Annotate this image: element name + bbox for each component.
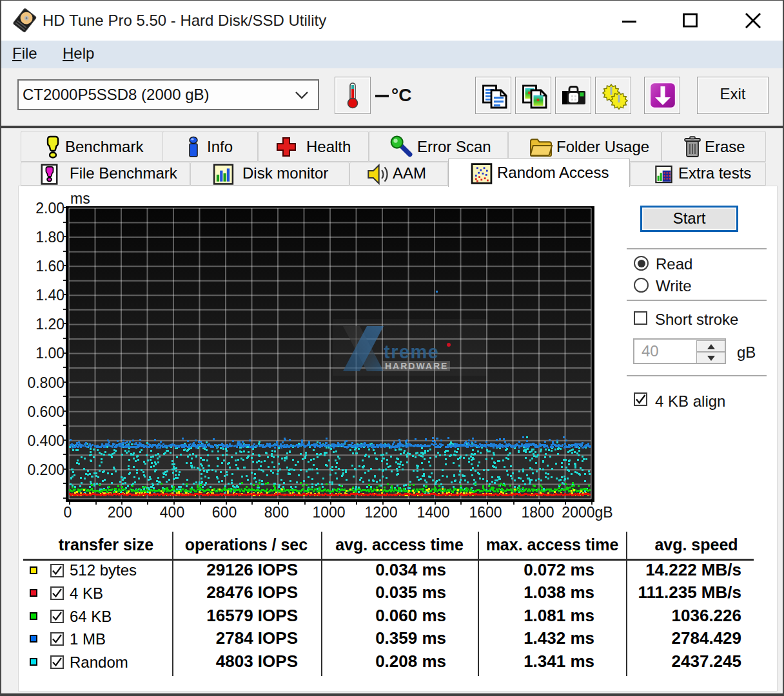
svg-text:treme: treme [384, 342, 440, 362]
svg-text:HARDWARE: HARDWARE [385, 361, 448, 371]
